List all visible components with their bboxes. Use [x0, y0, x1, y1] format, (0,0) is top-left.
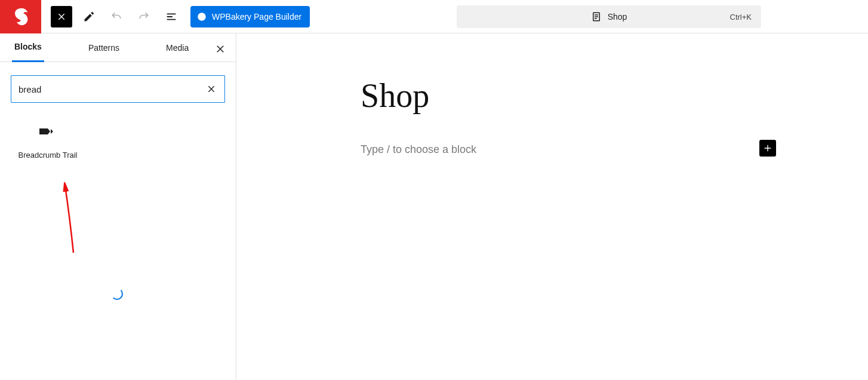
command-palette-shortcut: Ctrl+K [730, 13, 752, 22]
inserter-tabs: Blocks Patterns Media [0, 33, 236, 62]
clear-search-button[interactable] [205, 83, 217, 95]
breadcrumb-icon [18, 124, 78, 139]
tab-patterns[interactable]: Patterns [86, 33, 122, 62]
svg-marker-6 [51, 129, 53, 134]
loading-spinner-icon [111, 288, 123, 300]
tools-button[interactable] [78, 6, 100, 27]
undo-button[interactable] [106, 6, 127, 27]
add-block-button[interactable] [759, 140, 776, 157]
command-palette-title: Shop [608, 12, 627, 22]
svg-marker-5 [39, 128, 50, 134]
block-inserter-panel: Blocks Patterns Media Breadcrumb Trail [0, 33, 236, 380]
wpbakery-label: WPBakery Page Builder [212, 12, 301, 22]
block-placeholder[interactable]: Type / to choose a block [361, 143, 476, 156]
block-search-box [11, 75, 225, 103]
block-search-input[interactable] [19, 84, 205, 94]
redo-button[interactable] [133, 6, 155, 27]
wpbakery-icon [196, 11, 207, 22]
document-overview-button[interactable] [161, 6, 182, 27]
edit-icon [83, 11, 95, 23]
page-icon [591, 11, 602, 22]
block-result-label: Breadcrumb Trail [18, 151, 78, 161]
annotation-arrow-icon [57, 182, 81, 254]
close-inserter-button[interactable] [51, 6, 72, 27]
close-icon [215, 44, 226, 54]
close-icon [207, 84, 216, 94]
svg-point-0 [198, 13, 206, 21]
wpbakery-button[interactable]: WPBakery Page Builder [190, 6, 310, 27]
redo-icon [138, 11, 150, 23]
undo-icon [110, 11, 122, 23]
close-panel-button[interactable] [213, 42, 227, 56]
command-palette-button[interactable]: Shop Ctrl+K [457, 5, 761, 28]
page-title[interactable]: Shop [361, 76, 868, 115]
tab-media[interactable]: Media [164, 33, 191, 62]
dragon-icon [11, 7, 31, 27]
close-icon [57, 12, 66, 22]
tab-blocks[interactable]: Blocks [12, 33, 44, 62]
plus-icon [763, 143, 772, 153]
list-view-icon [165, 10, 178, 23]
editor-canvas: Shop Type / to choose a block [236, 33, 868, 380]
block-result-breadcrumb-trail[interactable]: Breadcrumb Trail [18, 124, 78, 161]
topbar: WPBakery Page Builder Shop Ctrl+K [0, 0, 868, 33]
site-logo-button[interactable] [0, 0, 41, 33]
